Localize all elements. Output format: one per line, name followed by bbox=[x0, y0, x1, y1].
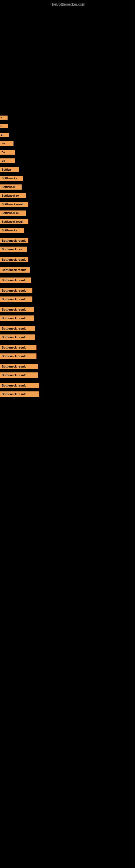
list-item: Bottleneck result bbox=[0, 324, 135, 333]
bottleneck-result-label: Bottleneck result bbox=[0, 257, 28, 262]
bottleneck-result-label: Bottleneck r bbox=[0, 176, 23, 181]
list-item: Bottleneck result bbox=[0, 286, 135, 294]
bottleneck-result-label: Bottleneck re bbox=[0, 193, 26, 198]
list-item: Bottleneck res bbox=[0, 245, 135, 253]
list-item: Bottleneck result bbox=[0, 200, 135, 208]
list-item: Bottleneck bbox=[0, 183, 135, 191]
bottleneck-result-label: Bottleneck result bbox=[0, 297, 32, 302]
bottleneck-result-label: Bo bbox=[0, 150, 15, 155]
bottleneck-result-label: Bottleneck result bbox=[0, 372, 38, 378]
bottleneck-result-label: Bo bbox=[0, 158, 15, 163]
list-item: Bottleneck result bbox=[0, 343, 135, 351]
list-item: Bottleneck r bbox=[0, 174, 135, 182]
bottleneck-result-label: Bottleneck res bbox=[0, 247, 27, 252]
bottleneck-result-label: Bottleneck result bbox=[0, 364, 38, 369]
bottleneck-result-label: Bottleneck result bbox=[0, 278, 31, 283]
bottleneck-result-label: Bottleneck result bbox=[0, 335, 35, 340]
list-item: B bbox=[0, 131, 135, 139]
list-item: Bottleneck result bbox=[0, 390, 135, 398]
list-item: Bottleneck result bbox=[0, 276, 135, 284]
bottleneck-result-label: Bottleneck result bbox=[0, 383, 39, 388]
bottleneck-result-label: Bottleneck result bbox=[0, 267, 30, 273]
bottleneck-result-label: Bottleneck result bbox=[0, 288, 32, 293]
bottleneck-result-label: B bbox=[0, 116, 8, 120]
list-item: Bottleneck result bbox=[0, 362, 135, 371]
list-item: Bottleneck result bbox=[0, 352, 135, 360]
site-header: TheBottlenecker.com bbox=[0, 0, 135, 8]
chart-area bbox=[0, 8, 135, 111]
bottleneck-result-label: B bbox=[0, 124, 8, 128]
bottleneck-result-label: Bottleneck re bbox=[0, 211, 26, 216]
bottleneck-result-label: Bottleneck result bbox=[0, 238, 28, 243]
bottleneck-list: BBBBoBoBoBottlenBottleneck rBottleneckBo… bbox=[0, 113, 135, 398]
list-item: Bottleneck re bbox=[0, 191, 135, 199]
list-item: Bottleneck result bbox=[0, 255, 135, 264]
list-item: Bottleneck result bbox=[0, 305, 135, 314]
list-item: Bottleneck re bbox=[0, 209, 135, 217]
bottleneck-result-label: Bottleneck result bbox=[0, 353, 37, 359]
bottleneck-result-label: Bottleneck bbox=[0, 184, 21, 190]
list-item: Bottleneck result bbox=[0, 295, 135, 303]
list-item: B bbox=[0, 122, 135, 130]
list-item: Bottleneck result bbox=[0, 314, 135, 322]
bottleneck-result-label: Bottleneck result bbox=[0, 326, 35, 331]
bottleneck-result-label: Bottleneck result bbox=[0, 202, 28, 207]
site-title: TheBottlenecker.com bbox=[0, 0, 135, 8]
list-item: Bo bbox=[0, 157, 135, 165]
list-item: Bottlen bbox=[0, 165, 135, 174]
list-item: Bottleneck resul bbox=[0, 218, 135, 226]
bottleneck-result-label: Bottleneck result bbox=[0, 345, 37, 350]
bottleneck-result-label: Bottleneck result bbox=[0, 392, 39, 397]
bottleneck-result-label: Bottleneck result bbox=[0, 315, 34, 321]
list-item: Bo bbox=[0, 148, 135, 156]
list-item: Bo bbox=[0, 140, 135, 148]
list-item: Bottleneck result bbox=[0, 237, 135, 245]
list-item: B bbox=[0, 113, 135, 122]
bottleneck-result-label: Bo bbox=[0, 141, 13, 146]
bottleneck-result-label: Bottleneck r bbox=[0, 228, 24, 233]
bottleneck-result-label: Bottleneck result bbox=[0, 307, 34, 312]
list-item: Bottleneck result bbox=[0, 266, 135, 274]
bottleneck-result-label: B bbox=[0, 133, 9, 137]
bottleneck-result-label: Bottlen bbox=[0, 167, 19, 172]
bottleneck-result-label: Bottleneck resul bbox=[0, 219, 28, 224]
list-item: Bottleneck result bbox=[0, 381, 135, 390]
list-item: Bottleneck r bbox=[0, 226, 135, 235]
list-item: Bottleneck result bbox=[0, 333, 135, 341]
list-item: Bottleneck result bbox=[0, 371, 135, 379]
